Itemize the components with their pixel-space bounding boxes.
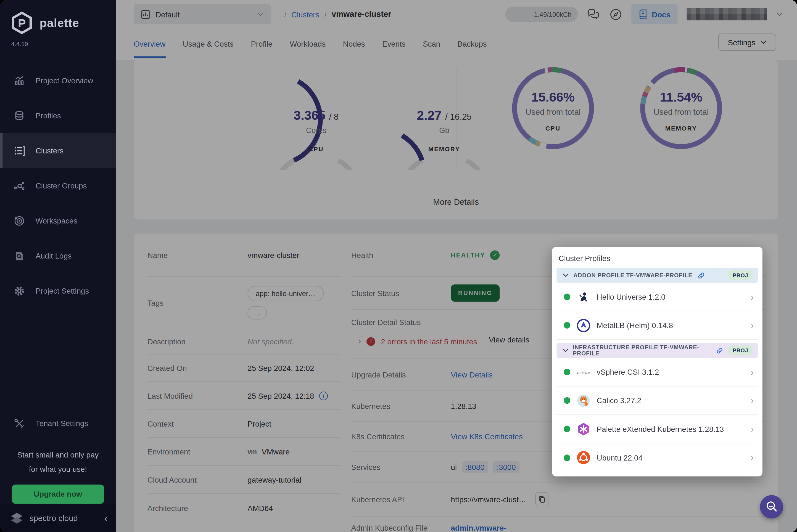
memory-donut-metric: MEMORY [665, 125, 697, 132]
docs-button[interactable]: Docs [632, 4, 678, 24]
topbar-right: 1.49/100kCh Docs [505, 4, 783, 24]
sidebar-item-clusters[interactable]: Clusters [0, 133, 116, 168]
tab-profile[interactable]: Profile [251, 40, 272, 58]
project-scope-value: Default [156, 10, 180, 18]
view-k8s-certificates-link[interactable]: View K8s Certificates [451, 432, 523, 441]
svg-text:P: P [18, 17, 26, 30]
workspaces-icon [13, 215, 25, 227]
sidebar-item-project-settings[interactable]: Project Settings [0, 273, 116, 308]
sidebar-item-project-overview[interactable]: Project Overview [0, 63, 116, 98]
tab-scan[interactable]: Scan [423, 40, 440, 58]
tab-workloads[interactable]: Workloads [290, 40, 326, 58]
field-label: Last Modified [147, 391, 248, 400]
service-port-link[interactable]: :8080 [462, 461, 488, 473]
chevron-right-icon: › [750, 423, 754, 434]
sidebar-item-label: Workspaces [36, 216, 77, 225]
sidebar-item-label: Profiles [36, 111, 61, 120]
clusters-icon [13, 145, 25, 157]
copy-button[interactable] [536, 492, 549, 507]
admin-kubeconfig-link[interactable]: admin.vmware- [451, 524, 506, 532]
cpu-used-value: 3.365 [293, 108, 325, 123]
usage-quota-badge[interactable]: 1.49/100kCh [505, 7, 578, 22]
breadcrumb-clusters-link[interactable]: Clusters [291, 10, 319, 18]
chevron-right-icon: › [750, 395, 754, 406]
service-port-link[interactable]: :3000 [493, 461, 520, 473]
profile-layer-name: Ubuntu 22.04 [597, 453, 642, 462]
profile-layer-row-ubuntu[interactable]: Ubuntu 22.04 › [557, 443, 758, 472]
explore-compass-button[interactable] [610, 8, 622, 21]
field-label: Context [147, 419, 248, 428]
palette-xk-icon [576, 422, 591, 436]
upgrade-now-button[interactable]: Upgrade now [12, 484, 104, 504]
link-icon[interactable] [716, 346, 724, 355]
collapse-sidebar-icon[interactable]: ‹ [104, 513, 108, 524]
palette-logo-icon: P [10, 11, 34, 35]
cluster-status-badge[interactable]: RUNNING [451, 284, 500, 302]
sidebar-item-label: Cluster Groups [36, 181, 87, 190]
promo-line: for what you use! [0, 462, 116, 476]
project-scope-dropdown[interactable]: Default [134, 4, 271, 24]
status-dot-icon [564, 454, 570, 461]
breadcrumb-current: vmware-cluster [332, 10, 391, 19]
profile-layer-row-vsphere-csi[interactable]: vmware vSphere CSI 3.1.2 › [557, 358, 758, 386]
cluster-profiles-popup: Cluster Profiles ADDON PROFILE TF-VMWARE… [552, 247, 762, 477]
sidebar-item-label: Project Settings [36, 286, 89, 295]
app-window: P palette 4.4.19 Project Overview Profil… [0, 0, 797, 532]
sidebar-item-audit-logs[interactable]: Audit Logs [0, 238, 116, 273]
sidebar: P palette 4.4.19 Project Overview Profil… [0, 0, 116, 532]
settings-button[interactable]: Settings [718, 33, 776, 51]
chevron-down-icon [257, 12, 264, 16]
chevron-down-icon[interactable] [776, 12, 783, 16]
sidebar-item-workspaces[interactable]: Workspaces [0, 203, 116, 238]
vmware-logo-icon: vm [248, 448, 256, 455]
project-overview-icon [13, 75, 25, 87]
brand: P palette [0, 0, 116, 35]
scope-badge: PROJ [728, 270, 753, 280]
tab-events[interactable]: Events [382, 40, 405, 58]
chevron-down-icon [563, 273, 569, 277]
detail-row-last-modified: Last Modified 25 Sep 2024, 12:18i [147, 382, 341, 410]
user-menu[interactable] [687, 8, 767, 20]
view-details-button[interactable]: View details [485, 335, 533, 347]
addon-profile-section-header[interactable]: ADDON PROFILE TF-VMWARE-PROFILE PROJ [557, 268, 758, 283]
info-icon[interactable]: i [319, 391, 328, 400]
upgrade-view-details-link[interactable]: View Details [451, 370, 493, 379]
field-label: Architecture [147, 504, 248, 512]
profile-layer-row-calico[interactable]: Calico 3.27.2 › [557, 386, 758, 415]
profile-layer-row-metallb[interactable]: MetalLB (Helm) 0.14.8 › [557, 311, 758, 340]
sidebar-item-cluster-groups[interactable]: Cluster Groups [0, 168, 116, 203]
field-label: Kubernetes API [351, 495, 451, 504]
link-icon[interactable] [697, 271, 706, 280]
sidebar-item-label: Audit Logs [36, 251, 72, 260]
tag-chip[interactable]: app: hello-univer… [248, 286, 323, 301]
sidebar-item-profiles[interactable]: Profiles [0, 98, 116, 133]
field-label: Cloud Account [147, 475, 248, 484]
ubuntu-icon [576, 451, 591, 465]
memory-used-percent: 11.54% [660, 90, 703, 104]
memory-total-value: / 16.25 [445, 112, 472, 122]
cpu-usage-donut: 15.66% Used from total CPU [508, 63, 598, 153]
scope-badge: PROJ [728, 345, 753, 356]
tools-icon [13, 417, 25, 429]
status-dot-icon [564, 369, 570, 375]
svg-text:ware: ware [582, 370, 590, 374]
sidebar-item-tenant-settings[interactable]: Tenant Settings [0, 406, 116, 441]
profile-layer-row-palette-extended-kubernetes[interactable]: Palette eXtended Kubernetes 1.28.13 › [557, 415, 758, 443]
search-fab-button[interactable] [760, 495, 783, 519]
infrastructure-profile-section-header[interactable]: INFRASTRUCTURE PROFILE TF-VMWARE-PROFILE… [557, 343, 758, 358]
profile-layer-name: Hello Universe 1.2.0 [597, 292, 666, 301]
cpu-donut-caption: Used from total [526, 108, 581, 117]
field-label: Cluster Status [351, 289, 451, 297]
tags-overflow-chip[interactable]: … [248, 306, 267, 320]
sidebar-item-label: Clusters [36, 146, 64, 155]
memory-gauge: 2.27/ 16.25 Gb MEMORY [396, 74, 493, 170]
section-header-label: INFRASTRUCTURE PROFILE TF-VMWARE-PROFILE [573, 344, 711, 357]
tab-usage-costs[interactable]: Usage & Costs [183, 40, 234, 58]
more-details-button[interactable]: More Details [428, 197, 484, 211]
expand-chevron-icon[interactable]: › [359, 337, 361, 346]
feedback-chat-button[interactable] [587, 8, 600, 20]
tab-nodes[interactable]: Nodes [343, 40, 365, 58]
tab-backups[interactable]: Backups [458, 40, 487, 58]
tab-overview[interactable]: Overview [134, 40, 165, 58]
profile-layer-row-hello-universe[interactable]: Hello Universe 1.2.0 › [557, 283, 758, 311]
